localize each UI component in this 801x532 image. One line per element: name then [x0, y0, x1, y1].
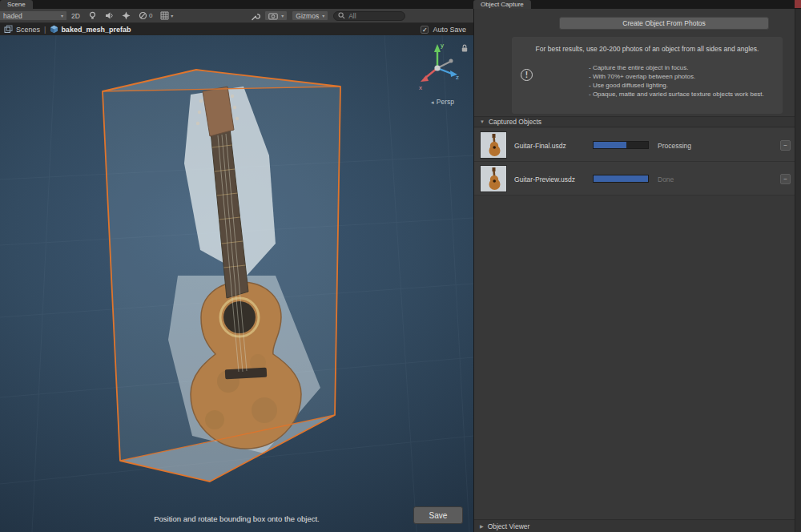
x-axis-label: x	[419, 84, 422, 91]
chevron-down-icon: ▾	[171, 13, 173, 18]
lock-icon[interactable]	[461, 44, 469, 53]
prefab-cube-icon	[50, 25, 58, 34]
camera-view-dropdown[interactable]: ▾	[264, 10, 288, 21]
row-action-button[interactable]: −	[780, 140, 791, 151]
scene-render	[0, 35, 473, 532]
captured-object-row[interactable]: Guitar-Final.usdz Processing −	[474, 128, 795, 162]
fold-closed-icon: ▶	[480, 523, 484, 529]
lighting-toggle-button[interactable]	[88, 11, 97, 20]
object-viewer-header: Object Viewer	[488, 522, 530, 530]
auto-save-checkbox[interactable]: ✓	[421, 26, 429, 34]
fold-open-icon: ▼	[480, 119, 485, 124]
tab-scene[interactable]: Scene	[0, 0, 33, 9]
draw-mode-dropdown[interactable]: haded ▾	[0, 10, 67, 21]
gizmos-label: Gizmos	[296, 12, 319, 20]
grid-icon	[160, 11, 169, 20]
unity-editor-window: Scene Object Capture haded ▾ 2D	[0, 0, 801, 532]
chevron-down-icon: ▾	[322, 13, 324, 18]
tab-object-capture-label: Object Capture	[481, 1, 524, 8]
scenes-stack-icon	[4, 25, 13, 34]
captured-objects-header: Captured Objects	[489, 118, 541, 126]
capture-tips-headline: For best results, use 20-200 photos of a…	[529, 45, 765, 53]
speaker-icon	[105, 11, 114, 20]
info-exclamation-icon: !	[521, 69, 533, 81]
y-axis-arrow[interactable]	[434, 44, 441, 52]
bounding-box[interactable]	[103, 70, 340, 482]
search-icon	[338, 12, 345, 19]
guitar-thumbnail	[480, 165, 507, 192]
capture-tips-box: For best results, use 20-200 photos of a…	[512, 37, 783, 114]
captured-object-row[interactable]: Guitar-Preview.usdz Done −	[474, 162, 795, 195]
y-axis-label: y	[441, 42, 444, 49]
capture-tips-list: - Capture the entire object in focus. - …	[589, 63, 778, 99]
progress-bar	[593, 141, 649, 149]
hidden-slash-circle-icon	[139, 11, 147, 20]
transform-tools-button[interactable]	[251, 11, 260, 21]
persp-arrow-icon: ◄	[430, 100, 435, 105]
hidden-objects-button[interactable]: 0	[139, 11, 152, 20]
wrench-icon	[251, 11, 260, 21]
captured-object-status: Processing	[658, 142, 691, 150]
tab-scene-label: Scene	[7, 1, 26, 8]
scene-search-input[interactable]: All	[333, 11, 405, 21]
progress-fill	[594, 175, 648, 182]
audio-toggle-button[interactable]	[105, 11, 114, 20]
toggle-2d-button[interactable]: 2D	[71, 12, 80, 20]
panel-scrollbar[interactable]	[795, 9, 801, 532]
record-indicator	[795, 0, 801, 8]
object-viewer-foldout[interactable]: ▶ Object Viewer	[474, 519, 795, 532]
chevron-down-icon: ▾	[61, 13, 63, 18]
breadcrumb-scenes[interactable]: Scenes	[16, 26, 40, 34]
breadcrumb-prefab-name[interactable]: baked_mesh_prefab	[61, 26, 131, 34]
captured-objects-foldout[interactable]: ▼ Captured Objects	[474, 116, 795, 127]
progress-fill	[594, 142, 626, 148]
captured-object-name: Guitar-Final.usdz	[514, 142, 566, 150]
scene-breadcrumb-row: Scenes | baked_mesh_prefab ✓ Auto Save	[0, 23, 473, 35]
gizmos-dropdown[interactable]: Gizmos ▾	[292, 10, 328, 21]
projection-label: Persp	[437, 98, 454, 106]
viewport-hint-text: Position and rotate bounding box onto th…	[0, 514, 473, 523]
scene-viewport[interactable]: y x z ◄Persp Position and rotate boundin…	[0, 35, 473, 532]
save-button[interactable]: Save	[413, 506, 463, 524]
capture-tip: - Opaque, matte and varied surface textu…	[589, 90, 778, 99]
breadcrumb-separator: |	[44, 26, 46, 34]
progress-bar	[593, 175, 649, 183]
check-icon: ✓	[422, 26, 428, 34]
scene-toolbar: haded ▾ 2D 0	[0, 9, 473, 23]
search-text: All	[348, 12, 356, 20]
capture-tip: - Capture the entire object in focus.	[589, 63, 778, 72]
auto-save-label: Auto Save	[433, 26, 466, 34]
captured-object-status: Done	[658, 175, 674, 183]
orientation-gizmo[interactable]: y x z	[414, 40, 461, 96]
hidden-count: 0	[149, 12, 152, 19]
projection-toggle[interactable]: ◄Persp	[430, 98, 454, 106]
camera-icon	[268, 12, 278, 20]
chevron-down-icon: ▾	[281, 13, 284, 18]
effects-toggle-button[interactable]	[122, 11, 131, 20]
guitar-thumbnail	[480, 131, 507, 159]
create-object-button[interactable]: Create Object From Photos	[559, 17, 769, 30]
capture-tip: - With 70%+ overlap between photos.	[589, 72, 778, 81]
auto-save-control[interactable]: ✓ Auto Save	[421, 26, 466, 34]
captured-object-name: Guitar-Preview.usdz	[514, 175, 575, 183]
effects-star-icon	[122, 11, 131, 20]
z-axis-label: z	[456, 74, 459, 81]
row-action-button[interactable]: −	[780, 174, 791, 184]
light-bulb-icon	[88, 11, 97, 20]
draw-mode-label: haded	[3, 12, 22, 20]
grid-settings-button[interactable]: ▾	[160, 11, 173, 20]
toggle-2d-label: 2D	[71, 12, 80, 20]
capture-tip: - Use good diffused lighting.	[589, 81, 778, 90]
object-capture-panel: Create Object From Photos For best resul…	[473, 9, 795, 532]
tab-object-capture[interactable]: Object Capture	[473, 0, 531, 9]
tab-strip: Scene Object Capture	[0, 0, 801, 9]
